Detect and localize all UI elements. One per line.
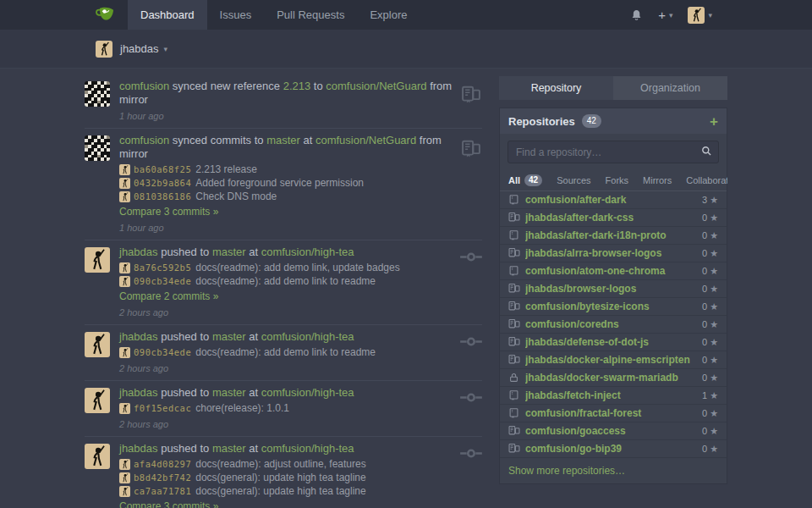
repo-name-link[interactable]: comfusion/bytesize-icons xyxy=(525,301,702,312)
commit-line: afa4d08297docs(readme): adjust outline, … xyxy=(119,457,453,471)
filter-mirrors[interactable]: Mirrors xyxy=(643,175,672,185)
nav-item-dashboard[interactable]: Dashboard xyxy=(128,0,207,30)
feed-link[interactable]: comfusion/high-tea xyxy=(261,442,354,455)
commit-sha-link[interactable]: afa4d08297 xyxy=(134,459,191,469)
repo-name-link[interactable]: jhabdas/docker-swarm-mariadb xyxy=(525,372,702,384)
feed-link[interactable]: comfusion/high-tea xyxy=(261,386,354,399)
filter-forks[interactable]: Forks xyxy=(606,175,629,185)
repo-name-link[interactable]: jhabdas/defense-of-dot-js xyxy=(525,336,702,348)
repository-search-input[interactable] xyxy=(508,141,719,163)
user-avatar[interactable] xyxy=(85,247,110,273)
filter-all[interactable]: All 42 xyxy=(508,174,542,186)
repo-name-link[interactable]: comfusion/fractal-forest xyxy=(525,407,702,419)
repo-clone-icon xyxy=(508,212,520,224)
commit-sha-link[interactable]: b8d42bf742 xyxy=(134,472,191,483)
compare-commits-link[interactable]: Compare 3 commits » xyxy=(119,206,218,218)
tab-organization[interactable]: Organization xyxy=(613,76,727,100)
feed-link[interactable]: comfusion xyxy=(119,80,169,92)
repo-list-item[interactable]: jhabdas/after-dark-i18n-proto0★ xyxy=(500,227,727,245)
commit-sha-link[interactable]: ba60a68f25 xyxy=(134,164,191,174)
repo-list-item[interactable]: comfusion/fractal-forest0★ xyxy=(500,405,727,422)
feed-link[interactable]: 2.213 xyxy=(283,80,311,92)
tab-repository[interactable]: Repository xyxy=(499,76,613,100)
feed-link[interactable]: master xyxy=(212,386,246,399)
feed-text: pushed to xyxy=(158,442,212,455)
commit-sha-link[interactable]: f0f15edcac xyxy=(134,403,191,413)
feed-link[interactable]: master xyxy=(212,330,246,343)
user-avatar[interactable] xyxy=(85,332,110,357)
feed-link[interactable]: comfusion xyxy=(119,134,169,146)
feed-link[interactable]: comfusion/NetGuard xyxy=(326,80,426,92)
notifications-bell-icon[interactable] xyxy=(630,8,643,22)
filter-collaborative[interactable]: Collaborative xyxy=(686,175,727,185)
feed-link[interactable]: comfusion/high-tea xyxy=(261,246,354,258)
repo-list-item[interactable]: jhabdas/alrra-browser-logos0★ xyxy=(500,245,727,262)
new-repository-button[interactable]: + xyxy=(710,114,718,129)
feed-item-timestamp: 2 hours ago xyxy=(119,363,453,373)
org-identicon-avatar[interactable] xyxy=(85,81,110,107)
filter-sources[interactable]: Sources xyxy=(557,175,590,185)
commit-sha-link[interactable]: 090cb34ede xyxy=(134,347,191,357)
repo-name-link[interactable]: jhabdas/browser-logos xyxy=(525,283,702,295)
repo-list-item[interactable]: comfusion/after-dark3★ xyxy=(500,191,727,209)
commit-sha-link[interactable]: ca7aa71781 xyxy=(134,486,191,496)
show-more-repositories-link[interactable]: Show more repositories… xyxy=(500,458,727,483)
repo-name-link[interactable]: jhabdas/after-dark-i18n-proto xyxy=(525,229,702,241)
feed-link[interactable]: jhabdas xyxy=(119,246,158,258)
repo-name-link[interactable]: comfusion/atom-one-chroma xyxy=(525,265,702,277)
commit-line: b8d42bf742docs(general): update high tea… xyxy=(119,471,453,484)
repo-list-item[interactable]: comfusion/coredns0★ xyxy=(500,316,727,334)
repo-list-item[interactable]: jhabdas/browser-logos0★ xyxy=(500,280,727,298)
feed-link[interactable]: jhabdas xyxy=(119,386,158,399)
nav-item-explore[interactable]: Explore xyxy=(357,0,420,30)
commit-sha-link[interactable]: 0810386186 xyxy=(134,191,191,202)
repo-list-item[interactable]: comfusion/atom-one-chroma0★ xyxy=(500,262,727,280)
feed-link[interactable]: master xyxy=(212,442,246,455)
org-identicon-avatar[interactable] xyxy=(85,135,110,161)
repo-list-item[interactable]: jhabdas/after-dark-css0★ xyxy=(500,209,727,227)
repo-name-link[interactable]: comfusion/coredns xyxy=(525,318,702,330)
repo-list-item[interactable]: jhabdas/defense-of-dot-js0★ xyxy=(500,334,727,351)
repo-star-count: 3★ xyxy=(702,195,718,206)
feed-link[interactable]: master xyxy=(266,134,300,146)
repo-star-count: 1★ xyxy=(702,390,718,401)
user-menu-button[interactable]: ▾ xyxy=(688,7,712,24)
context-username[interactable]: jhabdas xyxy=(120,42,159,55)
committer-avatar xyxy=(119,403,130,414)
repo-list-item[interactable]: jhabdas/docker-swarm-mariadb0★ xyxy=(500,369,727,387)
feed-link[interactable]: comfusion/NetGuard xyxy=(315,134,416,146)
star-icon: ★ xyxy=(710,248,718,259)
feed-link[interactable]: master xyxy=(212,246,246,258)
gitea-logo-icon[interactable] xyxy=(93,4,116,26)
repo-list-item[interactable]: jhabdas/docker-alpine-emscripten0★ xyxy=(500,351,727,369)
repo-name-link[interactable]: comfusion/go-bip39 xyxy=(525,443,702,455)
committer-avatar xyxy=(119,472,130,483)
feed-link[interactable]: comfusion/high-tea xyxy=(261,330,354,343)
main-content: comfusion synced new reference 2.213 to … xyxy=(85,69,727,508)
repo-name-link[interactable]: comfusion/goaccess xyxy=(525,425,702,437)
repo-list-item[interactable]: comfusion/goaccess0★ xyxy=(500,422,727,440)
repo-list-item[interactable]: comfusion/go-bip390★ xyxy=(500,440,727,458)
feed-link[interactable]: jhabdas xyxy=(119,330,158,343)
commit-sha-link[interactable]: 0432b9a864 xyxy=(134,178,191,188)
feed-item: jhabdas pushed to master at comfusion/hi… xyxy=(85,437,482,508)
nav-item-pull-requests[interactable]: Pull Requests xyxy=(264,0,357,30)
repo-name-link[interactable]: jhabdas/docker-alpine-emscripten xyxy=(525,354,702,366)
committer-avatar xyxy=(119,164,130,175)
repo-list-item[interactable]: comfusion/bytesize-icons0★ xyxy=(500,298,727,316)
nav-item-issues[interactable]: Issues xyxy=(207,0,265,30)
repo-list-item[interactable]: jhabdas/fetch-inject1★ xyxy=(500,387,727,405)
repo-name-link[interactable]: comfusion/after-dark xyxy=(525,194,702,206)
repo-name-link[interactable]: jhabdas/after-dark-css xyxy=(525,212,702,224)
repo-name-link[interactable]: jhabdas/fetch-inject xyxy=(525,389,702,401)
commit-line: 0432b9a864Added foreground service permi… xyxy=(119,176,453,190)
create-new-button[interactable]: + ▾ xyxy=(658,8,672,21)
user-avatar[interactable] xyxy=(85,444,110,469)
feed-link[interactable]: jhabdas xyxy=(119,442,158,455)
compare-commits-link[interactable]: Compare 2 commits » xyxy=(119,290,218,303)
repo-name-link[interactable]: jhabdas/alrra-browser-logos xyxy=(525,247,702,259)
compare-commits-link[interactable]: Compare 3 commits » xyxy=(119,500,218,508)
commit-sha-link[interactable]: 090cb34ede xyxy=(134,276,191,286)
user-avatar[interactable] xyxy=(85,388,110,413)
commit-sha-link[interactable]: 8a76c592b5 xyxy=(134,262,191,273)
